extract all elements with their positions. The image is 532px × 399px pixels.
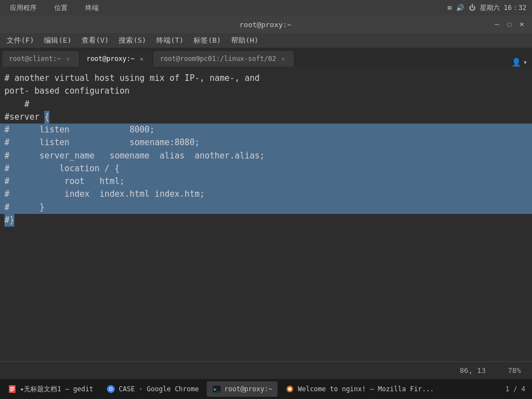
menu-item-s[interactable]: 搜索(S) (114, 34, 150, 47)
menu-item-b[interactable]: 标签(B) (189, 34, 225, 47)
svg-point-6 (110, 388, 112, 390)
taskbar-pages: 1 / 4 (505, 385, 530, 393)
menu-item-h[interactable]: 帮助(H) (227, 34, 263, 47)
code-line-9: # root html; (0, 175, 532, 188)
svg-rect-1 (10, 387, 14, 388)
svg-rect-3 (10, 390, 13, 391)
zoom-level: 78% (508, 366, 521, 375)
gedit-icon (8, 385, 17, 393)
apps-menu[interactable]: 应用程序 (6, 2, 41, 14)
chrome-icon (106, 385, 115, 393)
tab-close-1[interactable]: ✕ (138, 55, 146, 63)
title-bar: root@proxy:~ ─ □ ✕ (0, 16, 532, 33)
menu-item-f[interactable]: 文件(F) (2, 34, 38, 47)
code-line-6: # server_name somename alias another.ali… (0, 150, 532, 162)
tab-label-2: root@room9pc01:/linux-soft/02 (160, 55, 277, 63)
code-line-8: # location / { (0, 162, 532, 175)
terminal-menu[interactable]: 终端 (81, 2, 103, 14)
tab-bar: root@client:~✕root@proxy:~✕root@room9pc0… (0, 48, 532, 66)
taskbar-label-terminal: root@proxy:~ (224, 385, 273, 393)
menu-item-e[interactable]: 编辑(E) (39, 34, 75, 47)
code-line-2: # (0, 98, 532, 111)
taskbar-label-chrome: CASE · Google Chrome (119, 385, 199, 393)
tab-1[interactable]: root@proxy:~✕ (80, 51, 152, 66)
svg-text:▶_: ▶_ (214, 387, 219, 392)
code-line-12: #} (0, 214, 532, 227)
window-title: root@proxy:~ (39, 21, 492, 29)
taskbar-item-chrome[interactable]: CASE · Google Chrome (101, 381, 204, 397)
tab-0[interactable]: root@client:~✕ (2, 51, 79, 66)
minimize-button[interactable]: ─ (492, 19, 502, 29)
svg-rect-2 (10, 388, 14, 390)
system-bar-right: ⊞ 🔊 ⏻ 星期六 16：32 (448, 3, 526, 13)
taskbar-label-gedit: ✦无标题文档1 – gedit (20, 385, 93, 394)
taskbar-item-terminal[interactable]: ▶_root@proxy:~ (207, 381, 278, 397)
tab-icon: 👤 (511, 58, 521, 66)
datetime: 星期六 16：32 (480, 3, 526, 13)
code-line-11: # } (0, 201, 532, 214)
svg-point-10 (288, 387, 291, 391)
status-bar: 86, 13 78% (0, 361, 532, 379)
tab-label-1: root@proxy:~ (86, 55, 135, 63)
menu-item-t[interactable]: 终端(T) (152, 34, 188, 47)
code-line-10: # index index.html index.htm; (0, 188, 532, 201)
tab-2[interactable]: root@room9pc01:/linux-soft/02✕ (154, 51, 294, 66)
tab-close-2[interactable]: ✕ (279, 55, 287, 63)
network-icon: ⊞ (448, 4, 452, 12)
system-bar: 应用程序 位置 终端 ⊞ 🔊 ⏻ 星期六 16：32 (0, 0, 532, 16)
cursor-position: 86, 13 (460, 366, 486, 375)
menu-bar: 文件(F)编辑(E)查看(V)搜索(S)终端(T)标签(B)帮助(H) (0, 33, 532, 48)
close-button[interactable]: ✕ (516, 19, 526, 29)
taskbar-item-firefox[interactable]: Welcome to nginx! – Mozilla Fir... (280, 381, 439, 397)
code-line-5: # listen somename:8080; (0, 136, 532, 149)
firefox-icon (285, 385, 294, 393)
window-controls: ─ □ ✕ (492, 19, 526, 29)
tab-dropdown-btn[interactable]: ▾ (523, 58, 528, 66)
tab-close-0[interactable]: ✕ (64, 55, 72, 63)
code-line-0: # another virtual host using mix of IP-,… (0, 72, 532, 85)
sound-icon: 🔊 (456, 4, 464, 12)
location-menu[interactable]: 位置 (50, 2, 72, 14)
code-line-3: #server { (0, 111, 532, 124)
taskbar-label-firefox: Welcome to nginx! – Mozilla Fir... (298, 385, 434, 393)
tab-label-0: root@client:~ (9, 55, 61, 63)
taskbar: ✦无标题文档1 – geditCASE · Google Chrome▶_roo… (0, 379, 532, 399)
terminal-icon: ▶_ (212, 385, 221, 393)
menu-item-v[interactable]: 查看(V) (77, 34, 113, 47)
system-bar-left: 应用程序 位置 终端 (6, 2, 103, 14)
code-line-4: # listen 8000; (0, 124, 532, 136)
power-icon: ⏻ (469, 4, 475, 12)
code-area: # another virtual host using mix of IP-,… (0, 66, 532, 361)
taskbar-item-gedit[interactable]: ✦无标题文档1 – gedit (2, 381, 99, 397)
code-line-1: port- based configuration (0, 85, 532, 98)
maximize-button[interactable]: □ (504, 19, 514, 29)
